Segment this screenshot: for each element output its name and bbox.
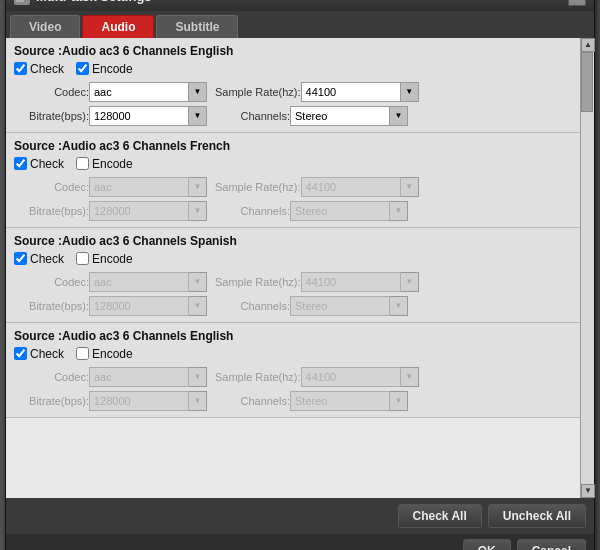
samplerate-arrow-4: ▼ xyxy=(401,367,419,387)
check-all-button[interactable]: Check All xyxy=(398,504,482,528)
bitrate-select-2: 128000 xyxy=(89,201,189,221)
source-section-2: Source :Audio ac3 6 Channels French Chec… xyxy=(6,133,580,228)
channels-group-1: Channels: Stereo ▼ xyxy=(215,106,408,126)
cancel-button[interactable]: Cancel xyxy=(517,539,586,551)
bitrate-select-1[interactable]: 128000 xyxy=(89,106,189,126)
encode-label-4[interactable]: Encode xyxy=(76,347,133,361)
channels-select-1[interactable]: Stereo xyxy=(290,106,390,126)
channels-label-3: Channels: xyxy=(215,300,290,312)
check-label-1[interactable]: Check xyxy=(14,62,64,76)
channels-label-4: Channels: xyxy=(215,395,290,407)
main-window: Multi-task Settings ✕ Video Audio Subtit… xyxy=(5,0,595,550)
channels-group-3: Channels: Stereo ▼ xyxy=(215,296,408,316)
samplerate-label-2: Sample Rate(hz): xyxy=(215,181,301,193)
bottom-bar: Check All Uncheck All xyxy=(6,498,594,534)
codec-select-1[interactable]: aac xyxy=(89,82,189,102)
bitrate-arrow-3: ▼ xyxy=(189,296,207,316)
codec-select-wrapper-2: aac ▼ xyxy=(89,177,207,197)
samplerate-select-1[interactable]: 44100 xyxy=(301,82,401,102)
bitrate-arrow-4: ▼ xyxy=(189,391,207,411)
samplerate-select-2: 44100 xyxy=(301,177,401,197)
source-section-1: Source :Audio ac3 6 Channels English Che… xyxy=(6,38,580,133)
samplerate-group-2: Sample Rate(hz): 44100 ▼ xyxy=(215,177,419,197)
channels-select-4: Stereo xyxy=(290,391,390,411)
bitrate-group-4: Bitrate(bps): 128000 ▼ xyxy=(14,391,207,411)
samplerate-label-3: Sample Rate(hz): xyxy=(215,276,301,288)
bitrate-wrapper-2: 128000 ▼ xyxy=(89,201,207,221)
samplerate-label-1: Sample Rate(hz): xyxy=(215,86,301,98)
channels-select-2: Stereo xyxy=(290,201,390,221)
scroll-track[interactable] xyxy=(581,52,594,484)
encode-checkbox-3[interactable] xyxy=(76,252,89,265)
bitrate-group-1: Bitrate(bps): 128000 ▼ xyxy=(14,106,207,126)
bitrate-select-4: 128000 xyxy=(89,391,189,411)
title-bar-left: Multi-task Settings xyxy=(14,0,152,5)
codec-select-2: aac xyxy=(89,177,189,197)
window-title: Multi-task Settings xyxy=(36,0,152,4)
check-row-3: Check Encode xyxy=(14,252,572,266)
encode-label-2[interactable]: Encode xyxy=(76,157,133,171)
codec-label-3: Codec: xyxy=(14,276,89,288)
check-checkbox-1[interactable] xyxy=(14,62,27,75)
check-label-2[interactable]: Check xyxy=(14,157,64,171)
tab-video[interactable]: Video xyxy=(10,15,80,38)
close-button[interactable]: ✕ xyxy=(568,0,586,6)
app-icon xyxy=(14,0,30,5)
scroll-thumb[interactable] xyxy=(581,52,593,112)
scroll-down-arrow[interactable]: ▼ xyxy=(581,484,595,498)
encode-label-3[interactable]: Encode xyxy=(76,252,133,266)
bitrate-wrapper-4: 128000 ▼ xyxy=(89,391,207,411)
encode-checkbox-2[interactable] xyxy=(76,157,89,170)
codec-select-wrapper-3: aac ▼ xyxy=(89,272,207,292)
tab-subtitle[interactable]: Subtitle xyxy=(156,15,238,38)
samplerate-select-4: 44100 xyxy=(301,367,401,387)
channels-group-4: Channels: Stereo ▼ xyxy=(215,391,408,411)
bitrate-label-4: Bitrate(bps): xyxy=(14,395,89,407)
codec-label-2: Codec: xyxy=(14,181,89,193)
check-checkbox-4[interactable] xyxy=(14,347,27,360)
check-label-3[interactable]: Check xyxy=(14,252,64,266)
check-checkbox-2[interactable] xyxy=(14,157,27,170)
bitrate-select-3: 128000 xyxy=(89,296,189,316)
channels-wrapper-1: Stereo ▼ xyxy=(290,106,408,126)
source-header-3: Source :Audio ac3 6 Channels Spanish xyxy=(14,234,572,248)
codec-label-4: Codec: xyxy=(14,371,89,383)
uncheck-all-button[interactable]: Uncheck All xyxy=(488,504,586,528)
channels-arrow-4: ▼ xyxy=(390,391,408,411)
bitrate-group-2: Bitrate(bps): 128000 ▼ xyxy=(14,201,207,221)
samplerate-wrapper-4: 44100 ▼ xyxy=(301,367,419,387)
check-checkbox-3[interactable] xyxy=(14,252,27,265)
source-section-4: Source :Audio ac3 6 Channels English Che… xyxy=(6,323,580,418)
source-section-3: Source :Audio ac3 6 Channels Spanish Che… xyxy=(6,228,580,323)
check-label-4[interactable]: Check xyxy=(14,347,64,361)
codec-row-4: Codec: aac ▼ Sample Rate(hz): 44100 xyxy=(14,367,572,387)
samplerate-wrapper-3: 44100 ▼ xyxy=(301,272,419,292)
channels-group-2: Channels: Stereo ▼ xyxy=(215,201,408,221)
channels-wrapper-4: Stereo ▼ xyxy=(290,391,408,411)
bitrate-arrow-1[interactable]: ▼ xyxy=(189,106,207,126)
scrollbar[interactable]: ▲ ▼ xyxy=(580,38,594,498)
scroll-up-arrow[interactable]: ▲ xyxy=(581,38,595,52)
samplerate-arrow-1[interactable]: ▼ xyxy=(401,82,419,102)
channels-arrow-1[interactable]: ▼ xyxy=(390,106,408,126)
samplerate-arrow-2: ▼ xyxy=(401,177,419,197)
encode-checkbox-1[interactable] xyxy=(76,62,89,75)
samplerate-group-4: Sample Rate(hz): 44100 ▼ xyxy=(215,367,419,387)
codec-arrow-4: ▼ xyxy=(189,367,207,387)
channels-arrow-2: ▼ xyxy=(390,201,408,221)
ok-button[interactable]: OK xyxy=(463,539,511,551)
bitrate-row-2: Bitrate(bps): 128000 ▼ Channels: Ste xyxy=(14,201,572,221)
bitrate-arrow-2: ▼ xyxy=(189,201,207,221)
main-content: Source :Audio ac3 6 Channels English Che… xyxy=(6,38,580,498)
channels-wrapper-2: Stereo ▼ xyxy=(290,201,408,221)
codec-row-3: Codec: aac ▼ Sample Rate(hz): 44100 xyxy=(14,272,572,292)
channels-wrapper-3: Stereo ▼ xyxy=(290,296,408,316)
encode-checkbox-4[interactable] xyxy=(76,347,89,360)
source-header-4: Source :Audio ac3 6 Channels English xyxy=(14,329,572,343)
codec-group-4: Codec: aac ▼ xyxy=(14,367,207,387)
codec-group-3: Codec: aac ▼ xyxy=(14,272,207,292)
codec-arrow-1[interactable]: ▼ xyxy=(189,82,207,102)
encode-label-1[interactable]: Encode xyxy=(76,62,133,76)
bitrate-label-2: Bitrate(bps): xyxy=(14,205,89,217)
tab-audio[interactable]: Audio xyxy=(82,15,154,38)
